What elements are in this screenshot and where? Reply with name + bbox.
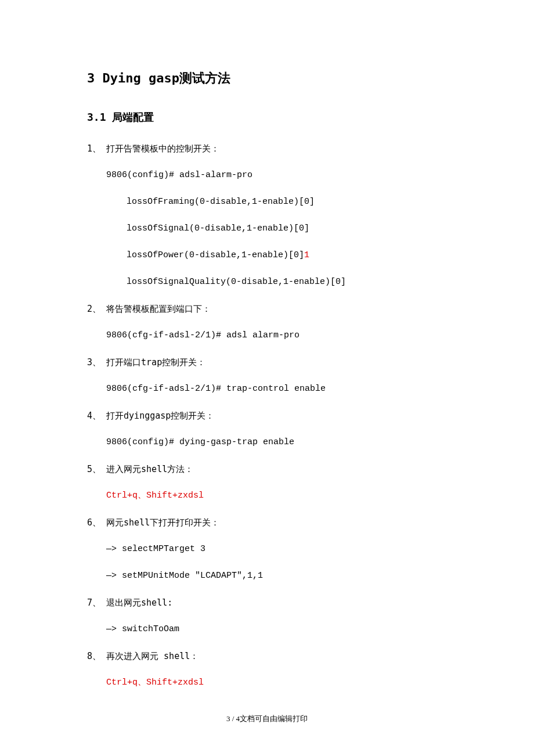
heading-1: 3 Dying gasp测试方法 xyxy=(87,70,447,87)
item-7-title: 7、 退出网元shell: xyxy=(87,596,447,610)
item-2-title: 2、 将告警模板配置到端口下： xyxy=(87,302,447,316)
item-1-sub4: lossOfSignalQuality(0-disable,1-enable)[… xyxy=(87,275,447,289)
item-2-cmd: 9806(cfg-if-adsl-2/1)# adsl alarm-pro xyxy=(87,329,447,343)
item-5-title: 5、 进入网元shell方法： xyxy=(87,462,447,476)
page-content: 3 Dying gasp测试方法 3.1 局端配置 1、 打开告警模板中的控制开… xyxy=(0,0,534,725)
item-1-cmd: 9806(config)# adsl-alarm-pro xyxy=(87,168,447,182)
item-1-sub1: lossOfFraming(0-disable,1-enable)[0] xyxy=(87,195,447,209)
item-1-title: 1、 打开告警模板中的控制开关： xyxy=(87,142,447,156)
item-1-sub3-text: lossOfPower(0-disable,1-enable)[0] xyxy=(127,250,304,260)
item-7-cmd: —> switchToOam xyxy=(87,622,447,636)
item-6-title: 6、 网元shell下打开打印开关： xyxy=(87,516,447,530)
item-4-title: 4、 打开dyinggasp控制开关： xyxy=(87,409,447,423)
item-3-title: 3、 打开端口trap控制开关： xyxy=(87,355,447,369)
item-8-cmd: Ctrl+q、Shift+zxdsl xyxy=(87,676,447,690)
item-3-cmd: 9806(cfg-if-adsl-2/1)# trap-control enab… xyxy=(87,382,447,396)
heading-2: 3.1 局端配置 xyxy=(87,110,447,124)
item-4-cmd: 9806(config)# dying-gasp-trap enable xyxy=(87,435,447,449)
item-6-cmd1: —> selectMPTarget 3 xyxy=(87,542,447,556)
item-8-title: 8、 再次进入网元 shell： xyxy=(87,649,447,663)
page-footer: 3 / 4文档可自由编辑打印 xyxy=(0,714,534,724)
item-6-cmd2: —> setMPUnitMode "LCADAPT",1,1 xyxy=(87,569,447,583)
item-1-sub2: lossOfSignal(0-disable,1-enable)[0] xyxy=(87,222,447,236)
item-1-sub3-red: 1 xyxy=(304,250,309,260)
item-1-sub3: lossOfPower(0-disable,1-enable)[0]1 xyxy=(87,249,447,262)
item-5-cmd: Ctrl+q、Shift+zxdsl xyxy=(87,489,447,503)
